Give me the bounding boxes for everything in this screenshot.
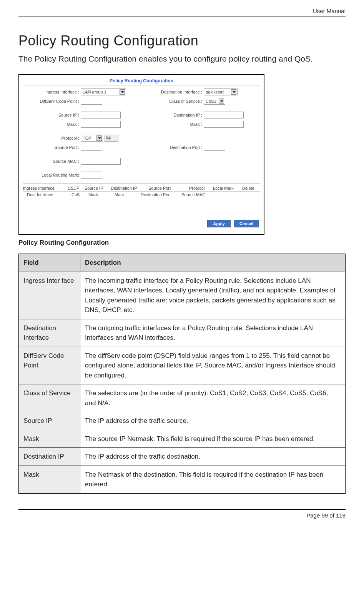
field-name: Destination IP	[19, 448, 80, 466]
label-dscp: DiffServ Code Point :	[23, 99, 81, 104]
col-protocol: Protocol	[189, 186, 211, 190]
table-row: Class of Service The selections are (in …	[19, 384, 346, 412]
field-desc: The IP address of the traffic source.	[80, 412, 346, 430]
destination-interface-select[interactable]: quickstart	[204, 88, 238, 95]
ingress-interface-value: LAN group 1	[83, 90, 106, 94]
field-desc: The source IP Netmask. This field is req…	[80, 430, 346, 448]
chevron-down-icon	[219, 98, 224, 104]
col-local-mark: Local Mark	[213, 186, 240, 190]
field-desc: The selections are (in the order of prio…	[80, 384, 346, 412]
source-mac-input[interactable]	[81, 158, 121, 165]
label-local-routing-mark: Local Routing Mark:	[23, 173, 81, 177]
page-title: Policy Routing Configuration	[18, 33, 346, 49]
protocol-readonly: tcp	[105, 135, 118, 142]
label-destination-port: Destination Port :	[150, 145, 204, 150]
destination-port-input[interactable]	[204, 144, 225, 151]
label-destination-mask: Mask :	[150, 122, 204, 127]
field-name: Mask	[19, 430, 80, 448]
table-row: DiffServ Code Point The diffServ code po…	[19, 347, 346, 384]
protocol-select[interactable]: TCP	[81, 135, 103, 142]
footer-rule	[18, 509, 346, 510]
field-desc: The incoming traffic interface for a Pol…	[80, 272, 346, 319]
col-delete: Delete	[242, 186, 254, 190]
panel-title: Policy Routing Configuration	[19, 75, 264, 85]
intro-text: The Policy Routing Configuration enables…	[18, 54, 346, 63]
chevron-down-icon	[96, 135, 102, 141]
config-screenshot: Policy Routing Configuration Ingress Int…	[18, 74, 264, 235]
label-source-mask: Mask :	[23, 122, 81, 127]
dscp-input[interactable]	[81, 98, 102, 105]
field-name: Class of Service	[19, 384, 80, 412]
header-rule	[18, 17, 346, 17]
destination-mask-input[interactable]	[204, 121, 244, 128]
local-routing-mark-input[interactable]	[81, 172, 102, 179]
source-ip-input[interactable]	[81, 112, 121, 119]
col-destination-ip: Destination IP	[111, 186, 146, 190]
field-name: DiffServ Code Point	[19, 347, 80, 384]
th-description: Description	[80, 254, 346, 272]
chevron-down-icon	[120, 89, 125, 95]
col-destination-port: Destination Port	[141, 192, 179, 197]
table-row: Source IP The IP address of the traffic …	[19, 412, 346, 430]
table-row: Destination IP The IP address of the tra…	[19, 448, 346, 466]
source-port-input[interactable]	[81, 144, 102, 151]
source-mask-input[interactable]	[81, 121, 121, 128]
ingress-interface-select[interactable]: LAN group 1	[81, 88, 126, 95]
label-cos: Class of Service :	[150, 99, 204, 104]
label-destination-interface: Destination Interface :	[150, 90, 204, 94]
destination-ip-input[interactable]	[204, 112, 244, 119]
page-number: Page 99 of 118	[18, 512, 346, 526]
field-name: Destination Interface	[19, 319, 80, 347]
field-description-table: Field Description Ingress Inter face The…	[18, 254, 346, 494]
field-desc: The IP address of the traffic destinatio…	[80, 448, 346, 466]
destination-interface-value: quickstart	[206, 90, 224, 94]
field-desc: The diffServ code point (DSCP) field val…	[80, 347, 346, 384]
doc-header: User Manual	[18, 8, 346, 17]
apply-button[interactable]: Apply	[207, 220, 231, 227]
col-source-port: Source Port	[148, 186, 187, 190]
panel-rule	[23, 85, 260, 85]
label-source-port: Source Port :	[23, 145, 81, 150]
col-source-mac: Source MAC	[181, 192, 205, 197]
label-source-mac: Source MAC :	[23, 159, 81, 164]
col-source-ip: Source IP	[85, 186, 108, 190]
cancel-button[interactable]: Cancel	[234, 220, 259, 227]
rules-list-header: Ingress Interface DSCP Source IP Destina…	[23, 183, 260, 198]
table-row: Mask The Netmask of the destination. Thi…	[19, 466, 346, 493]
col-mask-dst: Mask	[115, 192, 138, 197]
field-name: Mask	[19, 466, 80, 493]
table-row: Destination Interface The outgoing traff…	[19, 319, 346, 347]
col-mask-src: Mask	[88, 192, 112, 197]
figure-caption: Policy Routing Configuration	[18, 239, 346, 247]
cos-value: CoS1	[206, 99, 216, 104]
cos-select[interactable]: CoS1	[204, 98, 225, 105]
field-name: Source IP	[19, 412, 80, 430]
field-desc: The outgoing traffic interfaces for a Po…	[80, 319, 346, 347]
th-field: Field	[19, 254, 80, 272]
label-destination-ip: Destination IP :	[150, 113, 204, 117]
label-protocol: Protocol :	[23, 136, 81, 140]
field-name: Ingress Inter face	[19, 272, 80, 319]
field-desc: The Netmask of the destination. This fie…	[80, 466, 346, 493]
table-row: Ingress Inter face The incoming traffic …	[19, 272, 346, 319]
protocol-value: TCP	[83, 136, 91, 140]
chevron-down-icon	[231, 89, 236, 95]
col-dest-interface: Dest Interface	[23, 192, 69, 197]
label-ingress-interface: Ingress Interface :	[23, 90, 81, 94]
col-cos: CoS	[71, 192, 86, 197]
col-dscp: DSCP	[68, 186, 82, 190]
table-row: Mask The source IP Netmask. This field i…	[19, 430, 346, 448]
col-ingress-interface: Ingress Interface	[23, 186, 65, 190]
label-source-ip: Source IP :	[23, 113, 81, 117]
